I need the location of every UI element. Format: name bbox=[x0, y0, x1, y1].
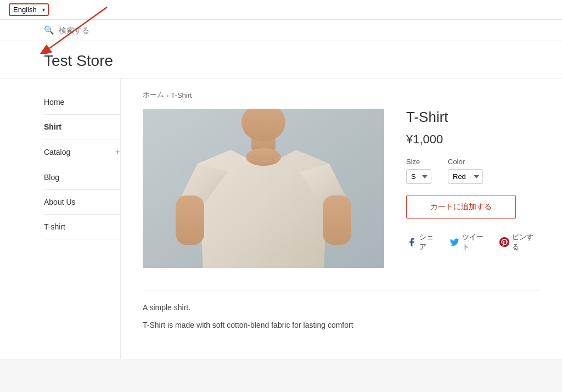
twitter-share-button[interactable]: ツイート bbox=[449, 232, 490, 252]
color-option-group: Color Red Blue White Black bbox=[448, 158, 483, 184]
sidebar-link-t-shirt[interactable]: T-shirt bbox=[44, 215, 120, 239]
sidebar-link-home[interactable]: Home bbox=[44, 90, 120, 114]
sidebar-label-blog: Blog bbox=[44, 173, 59, 182]
size-label: Size bbox=[406, 158, 431, 166]
language-dropdown[interactable]: English bbox=[13, 5, 44, 14]
pinterest-label: ピンする bbox=[512, 232, 540, 252]
facebook-icon bbox=[406, 237, 417, 248]
sidebar-link-catalog[interactable]: Catalog + bbox=[44, 139, 120, 165]
sidebar-link-about-us[interactable]: About Us bbox=[44, 190, 120, 214]
pinterest-icon bbox=[499, 237, 510, 248]
sidebar-label-shirt: Shirt bbox=[44, 122, 61, 131]
color-label: Color bbox=[448, 158, 483, 166]
sidebar-label-about-us: About Us bbox=[44, 198, 76, 206]
content-area: ホーム › T-Shirt bbox=[121, 79, 562, 359]
search-icon: 🔍 bbox=[44, 25, 54, 35]
sidebar-label-home: Home bbox=[44, 98, 64, 107]
breadcrumb-separator: › bbox=[166, 91, 168, 99]
sidebar-item-about-us[interactable]: About Us bbox=[44, 190, 120, 215]
svg-point-6 bbox=[246, 148, 281, 166]
plus-icon: + bbox=[115, 147, 120, 157]
product-name: T-Shirt bbox=[406, 109, 540, 126]
product-details: T-Shirt ¥1,000 Size S M L XL bbox=[406, 109, 540, 252]
sidebar-label-t-shirt: T-shirt bbox=[44, 222, 65, 231]
description-line-2: T-Shirt is made with soft cotton-blend f… bbox=[143, 319, 540, 331]
sidebar-item-shirt[interactable]: Shirt bbox=[44, 115, 120, 139]
add-to-cart-button[interactable]: カートに追加する bbox=[406, 195, 516, 219]
twitter-label: ツイート bbox=[462, 232, 490, 252]
search-input[interactable] bbox=[59, 26, 518, 35]
svg-rect-8 bbox=[323, 195, 351, 245]
top-bar: English ▾ bbox=[0, 0, 562, 20]
breadcrumb-home-link[interactable]: ホーム bbox=[143, 90, 164, 100]
product-image-container bbox=[143, 109, 384, 268]
size-select[interactable]: S M L XL bbox=[406, 169, 431, 184]
breadcrumb-current: T-Shirt bbox=[171, 91, 192, 99]
facebook-label: シェア bbox=[419, 232, 440, 252]
sidebar-link-blog[interactable]: Blog bbox=[44, 165, 120, 189]
sidebar-item-catalog[interactable]: Catalog + bbox=[44, 139, 120, 165]
breadcrumb: ホーム › T-Shirt bbox=[143, 90, 540, 100]
sidebar-nav: Home Shirt Catalog + Blog bbox=[44, 90, 120, 239]
language-selector[interactable]: English ▾ bbox=[9, 3, 49, 16]
product-image bbox=[143, 109, 384, 268]
color-select[interactable]: Red Blue White Black bbox=[448, 169, 483, 184]
product-description: A simple shirt. T-Shirt is made with sof… bbox=[143, 290, 540, 332]
product-layout: T-Shirt ¥1,000 Size S M L XL bbox=[143, 109, 540, 268]
description-line-1: A simple shirt. bbox=[143, 301, 540, 313]
sidebar-link-shirt[interactable]: Shirt bbox=[44, 115, 120, 139]
sidebar-item-t-shirt[interactable]: T-shirt bbox=[44, 215, 120, 239]
product-price: ¥1,000 bbox=[406, 132, 540, 147]
search-bar: 🔍 bbox=[0, 20, 562, 41]
pinterest-share-button[interactable]: ピンする bbox=[499, 232, 540, 252]
store-header: Test Store bbox=[0, 41, 562, 79]
main-container: Home Shirt Catalog + Blog bbox=[0, 79, 562, 359]
sidebar-label-catalog: Catalog bbox=[44, 148, 70, 156]
svg-rect-7 bbox=[176, 195, 204, 245]
store-title: Test Store bbox=[44, 52, 518, 70]
options-row: Size S M L XL Color Red bbox=[406, 158, 540, 184]
sidebar-item-home[interactable]: Home bbox=[44, 90, 120, 115]
sidebar-item-blog[interactable]: Blog bbox=[44, 165, 120, 190]
size-option-group: Size S M L XL bbox=[406, 158, 431, 184]
social-share: シェア ツイート bbox=[406, 232, 540, 252]
facebook-share-button[interactable]: シェア bbox=[406, 232, 440, 252]
sidebar: Home Shirt Catalog + Blog bbox=[0, 79, 121, 359]
twitter-icon bbox=[449, 237, 460, 248]
